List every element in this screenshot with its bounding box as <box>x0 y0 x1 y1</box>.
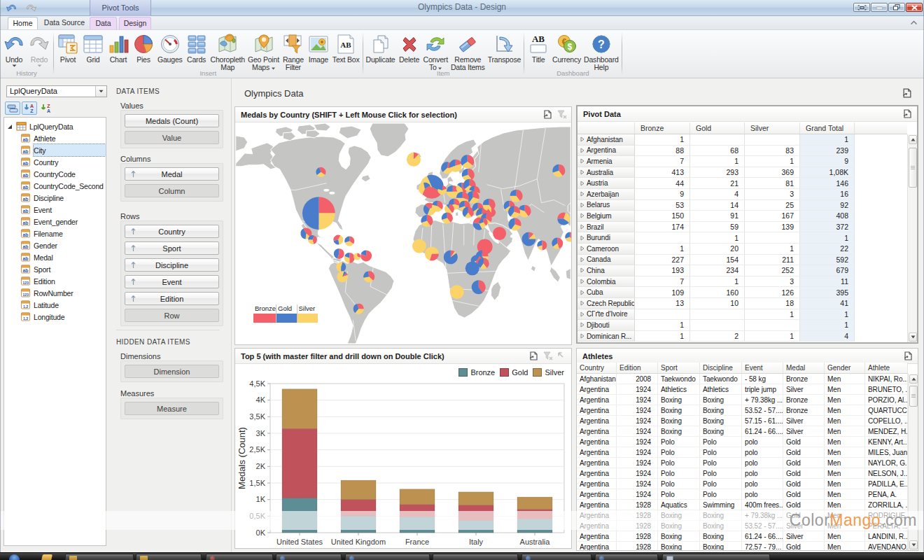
pivot-row-header[interactable]: Colombia <box>578 276 635 288</box>
expand-icon[interactable] <box>578 224 587 230</box>
map-pie-marker[interactable] <box>344 236 354 246</box>
grid-row[interactable]: Argentina1924PoloPolopoloGoldMenPADILLA,… <box>577 479 908 489</box>
tree-field-discipline[interactable]: abDiscipline <box>4 192 106 204</box>
tree-field-medal[interactable]: abMedal <box>4 251 106 263</box>
map-pie-marker[interactable] <box>552 237 563 248</box>
expand-icon[interactable] <box>578 322 587 328</box>
taskbar-button[interactable] <box>595 554 658 560</box>
ribbon-button-dashboard-help[interactable]: ?Dashboard Help <box>582 31 620 71</box>
expand-icon[interactable] <box>578 202 587 208</box>
chart-bar-segment-bronze[interactable] <box>282 498 317 533</box>
ribbon-button-text-box[interactable]: ABText Box <box>331 31 361 64</box>
tree-field-countrycode[interactable]: abCountryCode <box>4 168 106 180</box>
data-item-dimension[interactable]: Dimension <box>125 365 219 378</box>
minimize-button[interactable] <box>871 3 888 12</box>
map-pie-marker[interactable] <box>478 258 489 269</box>
pivot-row-header[interactable]: Azerbaijan <box>578 189 635 200</box>
pivot-row-header[interactable]: Brazil <box>578 222 635 233</box>
pivot-row[interactable]: Canada227154211592 <box>578 255 907 266</box>
expand-icon[interactable] <box>578 158 587 164</box>
grid-column-header-country[interactable]: Country <box>577 363 617 373</box>
taskbar-button[interactable] <box>65 554 134 560</box>
taskbar-button[interactable] <box>433 554 518 560</box>
ribbon-button-remove-data-items[interactable]: Remove Data Items <box>449 31 486 71</box>
map-pie-marker[interactable] <box>421 215 433 227</box>
fl-sortza-button[interactable]: ZA <box>38 102 54 115</box>
data-item-discipline[interactable]: Discipline <box>125 258 219 272</box>
pivot-row[interactable]: Argentina886883239 <box>578 146 907 157</box>
pivot-row-header[interactable]: Czech Republic <box>578 298 635 309</box>
grid-column-header-event[interactable]: Event <box>742 363 783 373</box>
grid-column-header-medal[interactable]: Medal <box>783 363 825 373</box>
chart-bar-segment-bronze[interactable] <box>517 519 552 533</box>
ribbon-collapse-icon[interactable] <box>910 20 918 26</box>
scroll-down-button[interactable] <box>909 332 917 342</box>
pivot-row-header[interactable]: Armenia <box>578 156 635 167</box>
pivot-row[interactable]: Afghanistan11 <box>578 134 907 146</box>
data-item-sport[interactable]: Sport <box>125 241 219 255</box>
tree-field-sport[interactable]: abSport <box>4 263 106 275</box>
tab-home[interactable]: Home <box>8 17 38 29</box>
expand-icon[interactable] <box>578 169 587 175</box>
expand-icon[interactable] <box>578 191 587 197</box>
map-pie-marker[interactable] <box>360 250 372 261</box>
tree-field-gender[interactable]: abGender <box>4 239 106 251</box>
grid-row[interactable]: Argentina1928BoxingBoxing72.57 - 79...Go… <box>577 542 908 550</box>
ribbon-button-convert-to[interactable]: Convert To <box>422 31 449 71</box>
pivot-row-header[interactable]: Australia <box>578 167 635 178</box>
chart-bar-segment-gold[interactable] <box>400 505 435 517</box>
grid-row[interactable]: Argentina1924PoloPolopoloGoldMenMILES, J… <box>577 447 908 458</box>
chart-bar-segment-bronze[interactable] <box>458 520 493 533</box>
grid-column-header-gender[interactable]: Gender <box>825 363 865 373</box>
fl-group-button[interactable] <box>5 102 20 115</box>
export-icon[interactable] <box>903 109 913 118</box>
grid-row[interactable]: Argentina1924PoloPolopoloGoldMenPENA, A. <box>577 489 908 500</box>
pivot-column-header-gold[interactable]: Gold <box>690 122 745 134</box>
scrollbar-thumb[interactable] <box>909 148 917 188</box>
chart-bar-segment-silver[interactable] <box>517 497 552 509</box>
grid-row[interactable]: Argentina1928BoxingBoxing+ 79.38kg ...Go… <box>577 510 908 521</box>
scroll-down-button[interactable] <box>909 540 918 550</box>
map-pie-marker[interactable] <box>354 304 364 314</box>
ribbon-button-currency[interactable]: €$Currency <box>551 31 582 64</box>
ribbon-button-gauges[interactable]: Gauges <box>156 31 184 64</box>
map-pie-marker[interactable] <box>308 235 317 244</box>
drillup-icon[interactable] <box>557 351 567 360</box>
map-pie-marker[interactable] <box>432 201 443 212</box>
grid-row[interactable]: Argentina1924BoxingBoxing57.15 - 61....S… <box>577 416 908 426</box>
pivot-row-header[interactable]: Djibouti <box>578 320 635 331</box>
ribbon-button-chart[interactable]: Chart <box>106 31 131 64</box>
grid-row[interactable]: Argentina1928BoxingBoxing53.52 - 57....S… <box>577 521 908 531</box>
athletes-grid[interactable]: CountryEditionSportDisciplineEventMedalG… <box>577 363 918 550</box>
map-pie-marker[interactable] <box>479 218 488 227</box>
pivot-row[interactable]: Azerbaijan94316 <box>578 189 907 200</box>
scrollbar-thumb[interactable] <box>909 386 918 407</box>
windows-taskbar[interactable] <box>0 552 924 560</box>
tree-field-country[interactable]: abCountry <box>4 156 106 168</box>
chart-bar-segment-bronze[interactable] <box>400 517 435 533</box>
data-source-combobox[interactable]: LplQueryData <box>6 85 107 97</box>
clearfilter-icon[interactable] <box>543 351 553 360</box>
map-pie-marker[interactable] <box>336 262 346 272</box>
ribbon-button-undo[interactable]: Undo <box>1 31 27 67</box>
expand-icon[interactable] <box>578 181 587 186</box>
chart-bar-segment-silver[interactable] <box>458 492 493 505</box>
fullscreen-button[interactable] <box>853 3 870 12</box>
map-pie-marker[interactable] <box>438 186 447 195</box>
grid-row[interactable]: Afghanistan2008TaekwondoTaekwondo- 58 kg… <box>577 374 908 384</box>
tree-field-longitude[interactable]: 1,2Longitude <box>4 311 106 323</box>
expand-icon[interactable] <box>578 213 587 218</box>
map-pie-marker[interactable] <box>508 206 520 218</box>
map-pie-marker[interactable] <box>425 246 439 260</box>
map-pie-marker[interactable] <box>444 204 454 214</box>
ribbon-button-image[interactable]: Image <box>306 31 331 64</box>
grid-column-header-sport[interactable]: Sport <box>658 363 700 373</box>
grid-row[interactable]: Argentina1924BoxingBoxing+ 79.38kg ...Br… <box>577 395 908 405</box>
grid-column-header-edition[interactable]: Edition <box>617 363 658 373</box>
close-button[interactable] <box>906 3 923 12</box>
ribbon-button-cards[interactable]: Cards <box>184 31 209 64</box>
ribbon-button-title[interactable]: ABTitle <box>526 31 551 64</box>
map-pie-marker[interactable] <box>344 253 355 263</box>
ribbon-button-range-filter[interactable]: Range Filter <box>281 31 306 71</box>
fl-sortaz-button[interactable]: AZ <box>22 102 37 115</box>
